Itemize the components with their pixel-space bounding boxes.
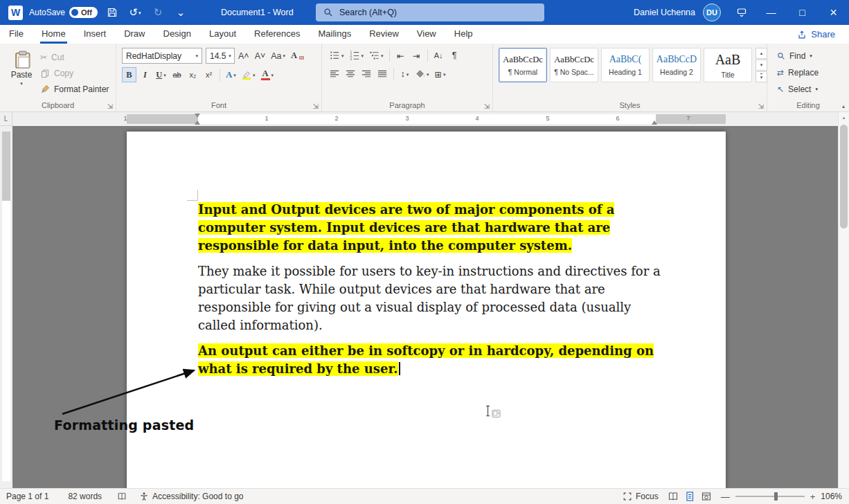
zoom-level[interactable]: 106% bbox=[821, 492, 842, 501]
format-painter-button[interactable]: Format Painter bbox=[40, 83, 109, 96]
select-button[interactable]: ↖ Select ▾ bbox=[777, 82, 849, 96]
increase-indent-button[interactable]: ⇥ bbox=[409, 48, 424, 63]
shading-dropdown-icon[interactable]: ▾ bbox=[427, 72, 429, 77]
copy-button[interactable]: Copy bbox=[40, 67, 109, 80]
paragraph-normal[interactable]: They make it possible for users to key-i… bbox=[198, 262, 663, 334]
hanging-indent-marker[interactable] bbox=[195, 118, 200, 125]
paragraph-highlighted-2[interactable]: An output can either be in softcopy or i… bbox=[198, 342, 663, 378]
font-color-button[interactable]: A ▾ bbox=[259, 67, 276, 82]
underline-button[interactable]: U ▾ bbox=[154, 67, 168, 82]
replace-button[interactable]: ⇄ Replace bbox=[777, 66, 849, 79]
paragraph-highlighted-1[interactable]: Input and Output devices are two of majo… bbox=[198, 201, 663, 255]
style-no-spacing[interactable]: AaBbCcDc ¶ No Spac... bbox=[550, 48, 598, 82]
grow-font-button[interactable]: A˄ bbox=[236, 48, 251, 64]
text-effects-dropdown-icon[interactable]: ▾ bbox=[233, 73, 236, 78]
vertical-ruler[interactable] bbox=[0, 126, 12, 488]
accessibility-status[interactable]: Accessibility: Good to go bbox=[139, 492, 243, 501]
borders-dropdown-icon[interactable]: ▾ bbox=[443, 72, 446, 77]
tab-layout[interactable]: Layout bbox=[200, 25, 245, 44]
font-size-combobox[interactable]: 14.5 ▾ bbox=[206, 48, 235, 64]
minimize-button[interactable]: — bbox=[756, 0, 787, 25]
paste-dropdown-icon[interactable]: ▾ bbox=[20, 81, 23, 86]
tab-home[interactable]: Home bbox=[33, 25, 75, 44]
font-name-combobox[interactable]: RedHatDisplay ▾ bbox=[122, 48, 202, 64]
zoom-out-button[interactable]: — bbox=[721, 492, 730, 502]
customize-quick-access-button[interactable]: ⌄ bbox=[172, 3, 189, 21]
find-button[interactable]: Find ▾ bbox=[777, 49, 849, 62]
font-size-dropdown-icon[interactable]: ▾ bbox=[229, 53, 231, 58]
autosave-pill[interactable]: Off bbox=[69, 7, 98, 18]
style-normal[interactable]: AaBbCcDc ¶ Normal bbox=[499, 48, 547, 82]
tab-review[interactable]: Review bbox=[360, 25, 408, 44]
line-spacing-dropdown-icon[interactable]: ▾ bbox=[406, 72, 409, 77]
word-count[interactable]: 82 words bbox=[68, 492, 102, 501]
maximize-button[interactable]: □ bbox=[787, 0, 818, 25]
close-button[interactable]: × bbox=[818, 0, 849, 25]
align-right-button[interactable] bbox=[359, 66, 374, 82]
bullets-dropdown-icon[interactable]: ▾ bbox=[341, 53, 344, 58]
italic-button[interactable]: I bbox=[138, 67, 152, 82]
tab-help[interactable]: Help bbox=[445, 25, 482, 44]
text-highlight-button[interactable]: ▾ bbox=[240, 67, 258, 82]
style-title[interactable]: AaB Title bbox=[704, 48, 752, 82]
align-left-button[interactable] bbox=[328, 66, 342, 82]
multilevel-list-button[interactable]: ▾ bbox=[367, 48, 386, 63]
bullets-button[interactable]: ▾ bbox=[328, 48, 346, 63]
justify-button[interactable] bbox=[375, 66, 390, 82]
change-case-dropdown-icon[interactable]: ▾ bbox=[283, 53, 286, 58]
underline-dropdown-icon[interactable]: ▾ bbox=[163, 73, 166, 78]
zoom-in-button[interactable]: + bbox=[810, 492, 816, 502]
vertical-scrollbar[interactable]: ▴ bbox=[838, 112, 849, 488]
undo-dropdown-icon[interactable]: ▾ bbox=[138, 10, 141, 15]
align-center-button[interactable] bbox=[343, 66, 358, 82]
avatar[interactable]: DU bbox=[703, 3, 721, 21]
zoom-slider[interactable] bbox=[735, 496, 805, 497]
right-indent-marker[interactable] bbox=[652, 118, 657, 125]
save-button[interactable] bbox=[104, 3, 120, 21]
find-dropdown-icon[interactable]: ▾ bbox=[810, 53, 812, 58]
horizontal-ruler[interactable]: 1 1 2 3 4 5 6 7 bbox=[12, 112, 838, 126]
change-case-button[interactable]: Aa ▾ bbox=[269, 48, 287, 64]
bold-button[interactable]: B bbox=[122, 67, 136, 82]
tab-view[interactable]: View bbox=[408, 25, 445, 44]
proofing-status[interactable] bbox=[117, 492, 127, 501]
numbering-button[interactable]: ▾ bbox=[348, 48, 366, 63]
select-dropdown-icon[interactable]: ▾ bbox=[815, 87, 818, 91]
styles-dialog-launcher-icon[interactable]: ⇲ bbox=[758, 103, 764, 110]
autosave-toggle[interactable]: AutoSave Off bbox=[29, 7, 98, 18]
styles-scroll-down-button[interactable]: ▾ bbox=[756, 60, 767, 71]
strikethrough-button[interactable]: ab bbox=[170, 67, 184, 82]
tab-stop-selector[interactable]: L bbox=[0, 112, 12, 126]
word-logo-icon[interactable]: W bbox=[8, 6, 23, 20]
user-name[interactable]: Daniel Uchenna bbox=[634, 8, 695, 17]
scrollbar-thumb[interactable] bbox=[840, 125, 848, 228]
text-effects-button[interactable]: A ▾ bbox=[224, 67, 238, 82]
collapse-ribbon-icon[interactable]: ▴ bbox=[842, 103, 845, 109]
undo-button[interactable]: ↺ ▾ bbox=[127, 3, 143, 21]
tab-draw[interactable]: Draw bbox=[115, 25, 154, 44]
tab-file[interactable]: File bbox=[0, 25, 33, 44]
scroll-up-button[interactable]: ▴ bbox=[839, 112, 849, 123]
clipboard-dialog-launcher-icon[interactable]: ⇲ bbox=[107, 103, 113, 110]
styles-scroll-up-button[interactable]: ▴ bbox=[756, 48, 767, 59]
style-heading-1[interactable]: AaBbC( Heading 1 bbox=[601, 48, 650, 82]
tab-design[interactable]: Design bbox=[154, 25, 200, 44]
cut-button[interactable]: ✂ Cut bbox=[40, 51, 109, 64]
zoom-slider-thumb[interactable] bbox=[774, 492, 778, 501]
document-page[interactable]: Input and Output devices are two of majo… bbox=[127, 132, 726, 488]
multilevel-dropdown-icon[interactable]: ▾ bbox=[381, 53, 384, 58]
search-box[interactable]: Search (Alt+Q) bbox=[316, 3, 544, 21]
redo-button[interactable]: ↻ bbox=[150, 3, 166, 21]
highlight-dropdown-icon[interactable]: ▾ bbox=[253, 73, 256, 78]
tab-references[interactable]: References bbox=[245, 25, 309, 44]
shrink-font-button[interactable]: A˅ bbox=[253, 48, 268, 64]
document-text-area[interactable]: Input and Output devices are two of majo… bbox=[198, 201, 663, 378]
style-heading-2[interactable]: AaBbCcD Heading 2 bbox=[652, 48, 701, 82]
share-button[interactable]: Share bbox=[797, 29, 849, 39]
clear-formatting-button[interactable]: A bbox=[289, 48, 306, 64]
font-color-dropdown-icon[interactable]: ▾ bbox=[271, 73, 274, 78]
subscript-button[interactable]: x₂ bbox=[186, 67, 200, 82]
decrease-indent-button[interactable]: ⇤ bbox=[393, 48, 408, 63]
line-spacing-button[interactable]: ↕ ▾ bbox=[397, 66, 412, 82]
sort-button[interactable]: A↓ bbox=[431, 48, 446, 63]
